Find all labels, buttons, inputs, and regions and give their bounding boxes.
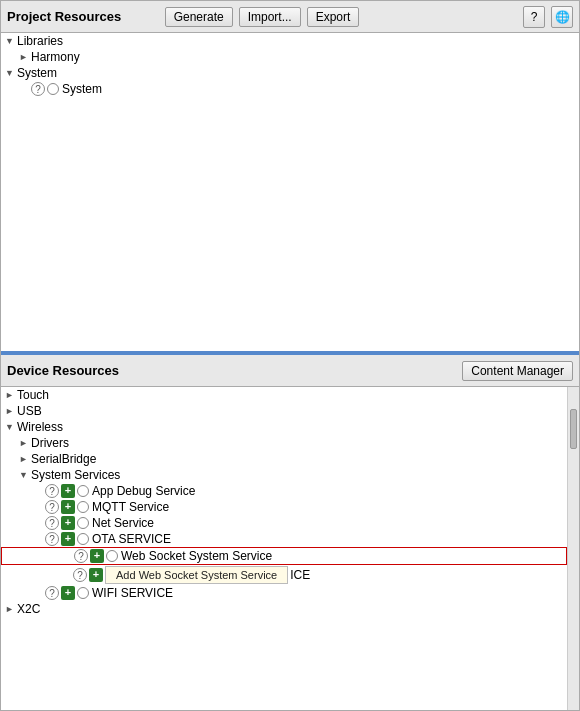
add-icon[interactable]: +: [61, 586, 75, 600]
tree-item-mqtt[interactable]: ? + MQTT Service: [1, 499, 567, 515]
drivers-label: Drivers: [31, 436, 69, 450]
scroll-thumb[interactable]: [570, 409, 577, 449]
question-icon: ?: [45, 516, 59, 530]
tree-item-x2c[interactable]: X2C: [1, 601, 567, 617]
tree-item-wifi[interactable]: ? + WIFI SERVICE: [1, 585, 567, 601]
add-icon[interactable]: +: [61, 532, 75, 546]
help-icon: ?: [531, 10, 538, 24]
tree-item-app-debug[interactable]: ? + App Debug Service: [1, 483, 567, 499]
tree-item-usb[interactable]: USB: [1, 403, 567, 419]
question-icon: ?: [45, 586, 59, 600]
project-tree: Libraries Harmony System ? System: [1, 33, 579, 351]
circle-icon: [77, 485, 89, 497]
add-icon[interactable]: +: [90, 549, 104, 563]
system-services-label: System Services: [31, 468, 120, 482]
x2c-label: X2C: [17, 602, 40, 616]
arrow-right-icon: [19, 438, 31, 448]
add-icon[interactable]: +: [89, 568, 103, 582]
tree-item-system-child[interactable]: ? System: [1, 81, 579, 97]
help-button[interactable]: ?: [523, 6, 545, 28]
harmony-label: Harmony: [31, 50, 80, 64]
arrow-down-icon: [5, 68, 17, 78]
question-icon: ?: [45, 500, 59, 514]
globe-button[interactable]: 🌐: [551, 6, 573, 28]
question-icon: ?: [31, 82, 45, 96]
device-panel-title: Device Resources: [7, 363, 229, 378]
generate-button[interactable]: Generate: [165, 7, 233, 27]
touch-label: Touch: [17, 388, 49, 402]
arrow-right-icon: [19, 454, 31, 464]
export-button[interactable]: Export: [307, 7, 360, 27]
add-icon[interactable]: +: [61, 516, 75, 530]
device-tree: Touch USB Wireless Drivers: [1, 387, 567, 710]
tooltip-popup: Add Web Socket System Service: [105, 566, 288, 584]
tree-item-serialbridge[interactable]: SerialBridge: [1, 451, 567, 467]
arrow-right-icon: [19, 52, 31, 62]
system-child-label: System: [62, 82, 102, 96]
arrow-right-icon: [5, 390, 17, 400]
tree-item-drivers[interactable]: Drivers: [1, 435, 567, 451]
device-panel-header: Device Resources Content Manager: [1, 355, 579, 387]
question-icon: ?: [73, 568, 87, 582]
usb-label: USB: [17, 404, 42, 418]
websocket-label: Web Socket System Service: [121, 549, 272, 563]
globe-icon: 🌐: [555, 10, 570, 24]
add-icon[interactable]: +: [61, 500, 75, 514]
tree-item-libraries[interactable]: Libraries: [1, 33, 579, 49]
circle-icon: [47, 83, 59, 95]
arrow-down-icon: [5, 422, 17, 432]
libraries-label: Libraries: [17, 34, 63, 48]
system-label: System: [17, 66, 57, 80]
ice-label: ICE: [290, 568, 310, 582]
net-service-label: Net Service: [92, 516, 154, 530]
project-panel: Project Resources Generate Import... Exp…: [1, 1, 579, 351]
scrollbar[interactable]: [567, 387, 579, 710]
circle-icon: [77, 533, 89, 545]
circle-icon: [77, 501, 89, 513]
tree-item-system-services[interactable]: System Services: [1, 467, 567, 483]
tree-item-ota[interactable]: ? + OTA SERVICE: [1, 531, 567, 547]
arrow-right-icon: [5, 406, 17, 416]
serialbridge-label: SerialBridge: [31, 452, 96, 466]
question-icon: ?: [45, 532, 59, 546]
device-panel: Device Resources Content Manager Touch U…: [1, 353, 579, 710]
tree-item-system[interactable]: System: [1, 65, 579, 81]
arrow-down-icon: [5, 36, 17, 46]
app-debug-label: App Debug Service: [92, 484, 195, 498]
tree-item-touch[interactable]: Touch: [1, 387, 567, 403]
project-panel-header: Project Resources Generate Import... Exp…: [1, 1, 579, 33]
circle-icon: [77, 517, 89, 529]
tree-item-ice-with-tooltip: ? + Add Web Socket System Service ICE: [1, 565, 567, 585]
import-button[interactable]: Import...: [239, 7, 301, 27]
wireless-label: Wireless: [17, 420, 63, 434]
question-icon: ?: [45, 484, 59, 498]
circle-icon: [77, 587, 89, 599]
add-icon[interactable]: +: [61, 484, 75, 498]
wifi-label: WIFI SERVICE: [92, 586, 173, 600]
arrow-right-icon: [5, 604, 17, 614]
mqtt-label: MQTT Service: [92, 500, 169, 514]
tree-item-wireless[interactable]: Wireless: [1, 419, 567, 435]
tree-item-net-service[interactable]: ? + Net Service: [1, 515, 567, 531]
tree-item-harmony[interactable]: Harmony: [1, 49, 579, 65]
content-manager-button[interactable]: Content Manager: [462, 361, 573, 381]
tree-item-websocket[interactable]: ? + Web Socket System Service: [1, 547, 567, 565]
circle-icon: [106, 550, 118, 562]
question-icon: ?: [74, 549, 88, 563]
ota-label: OTA SERVICE: [92, 532, 171, 546]
arrow-down-icon: [19, 470, 31, 480]
project-panel-title: Project Resources: [7, 9, 159, 24]
